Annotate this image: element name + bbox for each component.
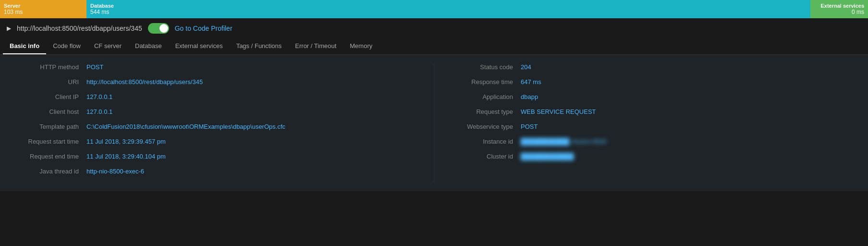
tab-memory[interactable]: Memory bbox=[343, 38, 379, 54]
database-bar: Database 544 ms bbox=[86, 0, 810, 18]
table-row: Request end time11 Jul 2018, 3:29:40.104… bbox=[10, 153, 424, 160]
tab-basic-info[interactable]: Basic info bbox=[3, 38, 46, 54]
external-value: 0 ms bbox=[852, 9, 864, 15]
code-profiler-link[interactable]: Go to Code Profiler bbox=[175, 25, 232, 32]
server-bar: Server 103 ms bbox=[0, 0, 86, 18]
external-label: External services bbox=[820, 3, 864, 9]
right-panel: Status code204Response time647 msApplica… bbox=[434, 63, 868, 183]
collapse-icon[interactable]: ▶ bbox=[7, 25, 11, 32]
row-label: Instance id bbox=[444, 138, 521, 145]
row-value: POST bbox=[521, 123, 538, 130]
table-row: Client IP127.0.0.1 bbox=[10, 93, 424, 100]
row-label: HTTP method bbox=[10, 63, 86, 71]
row-label: Request type bbox=[444, 108, 521, 115]
row-label: Template path bbox=[10, 123, 86, 130]
table-row: URIhttp://localhost:8500/rest/dbapp/user… bbox=[10, 78, 424, 86]
row-value: POST bbox=[86, 63, 103, 71]
table-row: Request typeWEB SERVICE REQUEST bbox=[444, 108, 858, 115]
row-label: Request end time bbox=[10, 153, 86, 160]
external-bar: External services 0 ms bbox=[810, 0, 868, 18]
row-label: Response time bbox=[444, 78, 521, 86]
tab-cf-server[interactable]: CF server bbox=[87, 38, 128, 54]
table-row: Instance id███████████ cfusion:8500 bbox=[444, 138, 858, 145]
row-label: Client IP bbox=[10, 93, 86, 100]
database-value: 544 ms bbox=[90, 9, 807, 15]
row-value: dbapp bbox=[521, 93, 538, 100]
tab-external-services[interactable]: External services bbox=[169, 38, 230, 54]
toggle-switch[interactable] bbox=[148, 23, 169, 34]
row-value: ███████████ cfusion:8500 bbox=[521, 138, 607, 145]
row-value: 647 ms bbox=[521, 78, 541, 86]
table-row: HTTP methodPOST bbox=[10, 63, 424, 71]
table-row: Template pathC:\ColdFusion2018\cfusion\w… bbox=[10, 123, 424, 130]
row-value: WEB SERVICE REQUEST bbox=[521, 108, 596, 115]
left-panel: HTTP methodPOSTURIhttp://localhost:8500/… bbox=[0, 63, 434, 183]
request-url: http://localhost:8500/rest/dbapp/users/3… bbox=[17, 25, 142, 32]
tab-tags-functions[interactable]: Tags / Functions bbox=[230, 38, 289, 54]
table-row: Java thread idhttp-nio-8500-exec-6 bbox=[10, 168, 424, 175]
table-row: Request start time11 Jul 2018, 3:29:39.4… bbox=[10, 138, 424, 145]
row-value: 204 bbox=[521, 63, 531, 71]
row-value: 127.0.0.1 bbox=[86, 108, 112, 115]
table-row: Applicationdbapp bbox=[444, 93, 858, 100]
top-bar: Server 103 ms Database 544 ms External s… bbox=[0, 0, 868, 18]
row-label: Java thread id bbox=[10, 168, 86, 175]
table-row: Cluster id████████████ bbox=[444, 153, 858, 160]
table-row: Status code204 bbox=[444, 63, 858, 71]
tabs-bar: Basic info Code flow CF server Database … bbox=[0, 38, 868, 55]
row-label: Application bbox=[444, 93, 521, 100]
content-area: HTTP methodPOSTURIhttp://localhost:8500/… bbox=[0, 55, 868, 191]
table-row: Response time647 ms bbox=[444, 78, 858, 86]
row-value: 11 Jul 2018, 3:29:39.457 pm bbox=[86, 138, 166, 145]
row-value: ████████████ bbox=[521, 153, 574, 160]
row-value: 127.0.0.1 bbox=[86, 93, 112, 100]
tab-code-flow[interactable]: Code flow bbox=[46, 38, 87, 54]
row-label: Request start time bbox=[10, 138, 86, 145]
table-row: Webservice typePOST bbox=[444, 123, 858, 130]
server-label: Server bbox=[4, 3, 83, 9]
tab-database[interactable]: Database bbox=[128, 38, 169, 54]
server-value: 103 ms bbox=[4, 9, 83, 15]
row-label: Cluster id bbox=[444, 153, 521, 160]
row-value: C:\ColdFusion2018\cfusion\wwwroot\ORMExa… bbox=[86, 123, 285, 130]
row-value: http-nio-8500-exec-6 bbox=[86, 168, 144, 175]
row-label: Client host bbox=[10, 108, 86, 115]
row-label: Webservice type bbox=[444, 123, 521, 130]
row-label: URI bbox=[10, 78, 86, 86]
database-label: Database bbox=[90, 3, 807, 9]
row-label: Status code bbox=[444, 63, 521, 71]
tab-error-timeout[interactable]: Error / Timeout bbox=[288, 38, 343, 54]
row-value: http://localhost:8500/rest/dbapp/users/3… bbox=[86, 78, 203, 86]
url-bar: ▶ http://localhost:8500/rest/dbapp/users… bbox=[0, 18, 868, 38]
row-value: 11 Jul 2018, 3:29:40.104 pm bbox=[86, 153, 166, 160]
table-row: Client host127.0.0.1 bbox=[10, 108, 424, 115]
